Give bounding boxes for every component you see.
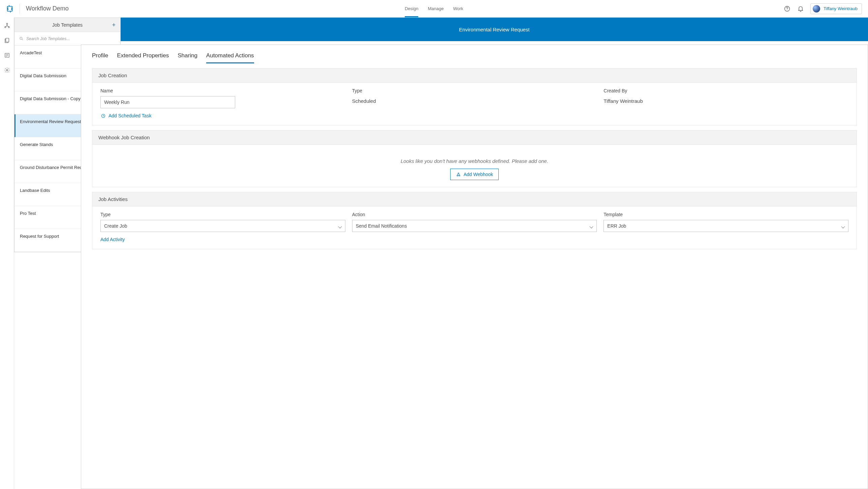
data-icon[interactable] [4, 52, 10, 59]
add-scheduled-task-link[interactable]: Add Scheduled Task [100, 113, 848, 118]
user-menu[interactable]: Tiffany Weintraub [810, 3, 862, 14]
templates-icon[interactable] [4, 37, 10, 44]
section-title: Webhook Job Creation [92, 131, 857, 145]
svg-rect-0 [7, 6, 12, 11]
details-panel: Profile Extended Properties Sharing Auto… [81, 45, 868, 489]
webhook-empty-message: Looks like you don't have any webhooks d… [100, 150, 848, 169]
add-webhook-button[interactable]: Add Webhook [450, 169, 499, 180]
section-title: Job Activities [92, 192, 857, 206]
search-input[interactable] [26, 36, 116, 41]
header-right: Tiffany Weintraub [783, 3, 862, 14]
nav-work[interactable]: Work [453, 0, 463, 17]
section-job-activities: Job Activities Type Create Job Action Se… [92, 192, 857, 249]
createdby-value: Tiffany Weintraub [603, 96, 848, 104]
webhook-icon [456, 172, 461, 177]
label-name: Name [100, 88, 345, 93]
app-logo-icon [6, 5, 13, 12]
banner-title: Environmental Review Request [459, 27, 529, 32]
sidebar-title: Job Templates [52, 22, 83, 28]
help-icon[interactable] [783, 5, 791, 12]
left-rail [0, 18, 14, 489]
page-banner: Environmental Review Request [121, 18, 868, 41]
svg-point-8 [6, 69, 8, 71]
add-template-button[interactable]: + [112, 22, 116, 28]
add-scheduled-label: Add Scheduled Task [108, 113, 151, 118]
svg-rect-6 [6, 38, 9, 42]
top-nav: Design Manage Work [405, 0, 463, 17]
notifications-icon[interactable] [797, 5, 804, 12]
activity-type-select[interactable]: Create Job [100, 220, 345, 232]
svg-point-9 [20, 37, 22, 39]
add-webhook-label: Add Webhook [464, 172, 493, 177]
label-activity-type: Type [100, 212, 345, 217]
app-title: Workflow Demo [26, 5, 69, 12]
tab-sharing[interactable]: Sharing [178, 52, 197, 63]
nav-manage[interactable]: Manage [428, 0, 444, 17]
svg-point-2 [787, 10, 787, 10]
user-name: Tiffany Weintraub [824, 6, 858, 11]
header-divider [20, 4, 20, 14]
label-type: Type [352, 88, 597, 93]
tab-automated-actions[interactable]: Automated Actions [206, 52, 254, 63]
add-activity-link[interactable]: Add Activity [100, 237, 125, 242]
svg-point-3 [6, 23, 8, 25]
avatar [813, 5, 820, 12]
nav-design[interactable]: Design [405, 0, 418, 17]
svg-point-11 [457, 175, 458, 176]
label-activity-template: Template [603, 212, 848, 217]
app-header: Workflow Demo Design Manage Work Tiffany… [0, 0, 868, 18]
name-input[interactable] [100, 96, 235, 108]
tab-profile[interactable]: Profile [92, 52, 108, 63]
section-job-creation: Job Creation Name Type Scheduled Created… [92, 68, 857, 125]
activity-action-select[interactable]: Send Email Notifications [352, 220, 597, 232]
svg-point-12 [459, 175, 460, 176]
diagrams-icon[interactable] [4, 22, 10, 29]
label-activity-action: Action [352, 212, 597, 217]
sidebar-header: Job Templates + [14, 18, 120, 32]
type-value: Scheduled [352, 96, 597, 104]
tab-extended[interactable]: Extended Properties [117, 52, 169, 63]
svg-point-13 [458, 173, 459, 174]
settings-icon[interactable] [4, 67, 10, 74]
label-createdby: Created By [603, 88, 848, 93]
activity-template-select[interactable]: ERR Job [603, 220, 848, 232]
search-icon [19, 36, 24, 41]
clock-icon [100, 113, 106, 118]
section-title: Job Creation [92, 68, 857, 83]
detail-tabs: Profile Extended Properties Sharing Auto… [81, 45, 868, 63]
section-webhook: Webhook Job Creation Looks like you don'… [92, 130, 857, 187]
sidebar-search [14, 32, 120, 46]
